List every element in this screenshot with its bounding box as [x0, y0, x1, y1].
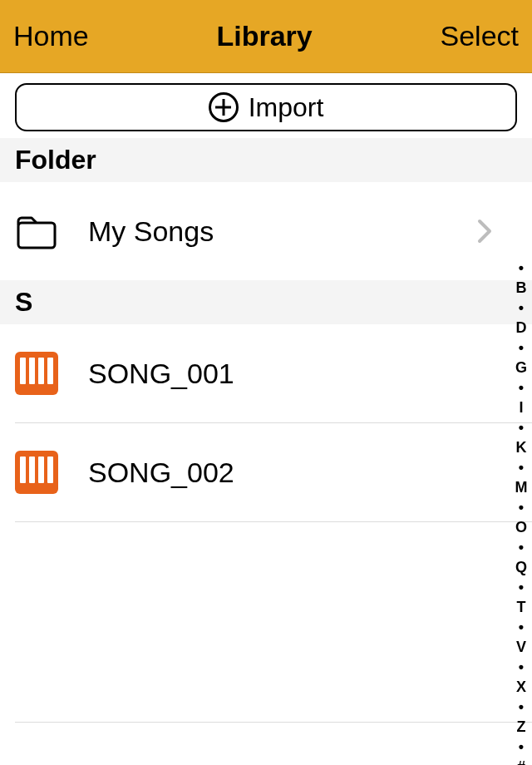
song-label: SONG_002 [88, 457, 517, 489]
alpha-index-item[interactable]: • [519, 417, 524, 437]
alpha-index-item[interactable]: I [519, 397, 523, 417]
folder-row-my-songs[interactable]: My Songs [0, 182, 532, 280]
alpha-index[interactable]: • B • D • G • I • K • M • O • Q • T • V … [510, 258, 532, 755]
alpha-index-item[interactable]: # [517, 757, 525, 765]
alpha-index-item[interactable]: • [519, 617, 524, 637]
alpha-index-item[interactable]: • [519, 338, 524, 358]
alpha-index-item[interactable]: V [516, 637, 526, 657]
alpha-index-item[interactable]: X [516, 677, 526, 697]
content-area: Import Folder My Songs S SONG_001 [0, 73, 532, 765]
alpha-index-item[interactable]: • [519, 378, 524, 397]
import-label: Import [249, 92, 324, 123]
list-divider [15, 521, 532, 522]
song-row[interactable]: SONG_002 [0, 423, 532, 521]
alpha-index-item[interactable]: Z [517, 717, 526, 737]
alpha-index-item[interactable]: • [519, 457, 524, 477]
song-label: SONG_001 [88, 358, 517, 390]
folder-icon [15, 210, 58, 253]
alpha-index-item[interactable]: • [519, 537, 524, 557]
alpha-index-item[interactable]: • [519, 737, 524, 757]
section-header-folder: Folder [0, 138, 532, 182]
piano-icon [15, 352, 58, 395]
alpha-index-item[interactable]: • [519, 497, 524, 517]
alpha-index-item[interactable]: • [519, 697, 524, 717]
song-list: SONG_001 SONG_002 [0, 324, 532, 723]
alpha-index-item[interactable]: G [515, 358, 527, 378]
select-button[interactable]: Select [441, 20, 520, 52]
alpha-index-item[interactable]: • [519, 657, 524, 677]
alpha-index-item[interactable]: • [519, 577, 524, 597]
page-title: Library [216, 20, 312, 52]
import-container: Import [0, 73, 532, 138]
section-header-s: S [0, 280, 532, 324]
chevron-right-icon [477, 219, 492, 244]
alpha-index-item[interactable]: • [519, 258, 524, 278]
plus-circle-icon [209, 92, 239, 122]
alpha-index-item[interactable]: • [519, 298, 524, 318]
home-button[interactable]: Home [13, 20, 89, 52]
alpha-index-item[interactable]: M [515, 477, 528, 497]
alpha-index-item[interactable]: Q [515, 557, 527, 577]
song-row[interactable]: SONG_001 [0, 324, 532, 422]
alpha-index-item[interactable]: T [517, 597, 526, 617]
alpha-index-item[interactable]: K [516, 437, 527, 457]
folder-label: My Songs [88, 215, 477, 248]
alpha-index-item[interactable]: O [515, 517, 527, 537]
import-button[interactable]: Import [15, 83, 517, 131]
list-divider [15, 722, 532, 723]
alpha-index-item[interactable]: B [516, 278, 527, 298]
svg-rect-0 [18, 223, 55, 248]
alpha-index-item[interactable]: D [516, 318, 527, 338]
navbar: Home Library Select [0, 0, 532, 73]
piano-icon [15, 451, 58, 494]
